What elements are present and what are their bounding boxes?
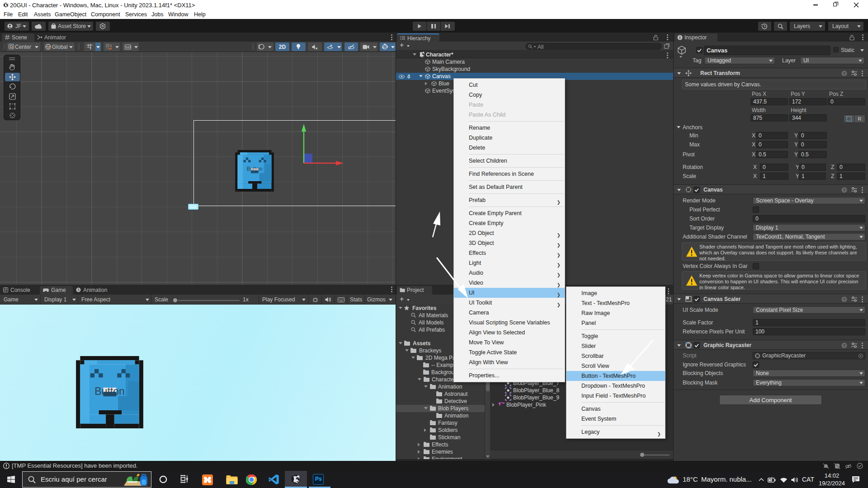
svg-text:?: ? xyxy=(843,343,846,348)
svg-text:?: ? xyxy=(843,188,846,192)
svg-text:?: ? xyxy=(843,297,846,302)
svg-text:Y: Y xyxy=(90,47,92,50)
svg-text:?: ? xyxy=(843,71,846,76)
